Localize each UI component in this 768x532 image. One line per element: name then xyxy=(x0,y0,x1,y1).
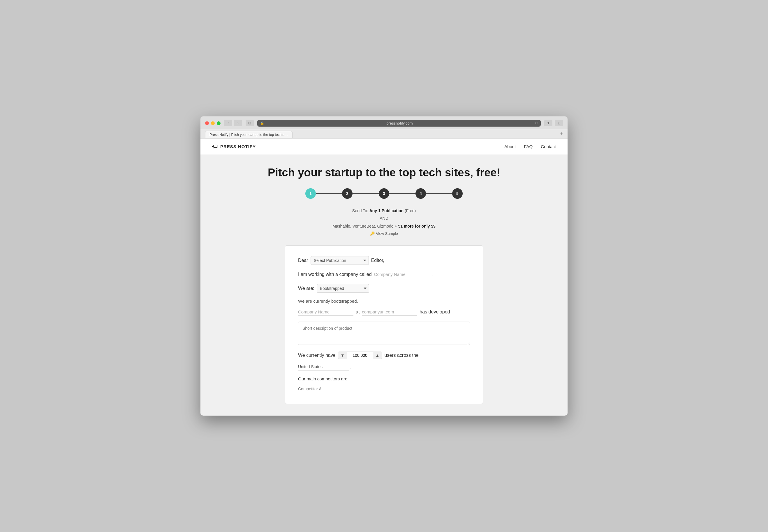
nav-buttons: ‹ › xyxy=(224,120,242,126)
form-card: Dear Select Publication TechCrunch Masha… xyxy=(285,245,483,404)
forward-button[interactable]: › xyxy=(234,120,242,126)
currently-have-label: We currently have xyxy=(298,353,336,358)
share-button[interactable]: ⬆ xyxy=(544,120,552,126)
company-name-input-2[interactable] xyxy=(298,308,353,316)
company-period: . xyxy=(432,272,433,277)
step-5[interactable]: 5 xyxy=(452,188,463,199)
we-are-label: We are: xyxy=(298,286,314,291)
step-line-3 xyxy=(389,193,415,194)
location-row: . xyxy=(298,363,470,370)
users-increase-button[interactable]: ▲ xyxy=(373,352,382,359)
users-stepper: ▼ ▲ xyxy=(338,352,382,359)
minimize-button[interactable] xyxy=(211,121,215,125)
browser-window: ‹ › ⊡ 🔒 pressnotify.com ↻ ⬆ ⊞ Press Noti… xyxy=(201,116,567,416)
competitors-label: Our main competitors are: xyxy=(298,376,470,381)
users-input[interactable] xyxy=(347,352,373,359)
url-input[interactable] xyxy=(362,308,417,316)
tab-title: Press Notify | Pitch your startup to the… xyxy=(210,133,293,137)
step-1[interactable]: 1 xyxy=(305,188,316,199)
close-button[interactable] xyxy=(205,121,209,125)
window-controls-right: ⬆ ⊞ xyxy=(544,120,563,126)
lock-icon: 🔒 xyxy=(260,121,264,125)
has-developed-label: has developed xyxy=(420,309,450,315)
step-line-4 xyxy=(426,193,452,194)
new-tab-button[interactable]: ⊞ xyxy=(555,120,563,126)
company-url-row: at has developed xyxy=(298,308,470,316)
page-title: Pitch your startup to the top tech sites… xyxy=(268,166,500,179)
browser-tab[interactable]: Press Notify | Pitch your startup to the… xyxy=(205,131,293,138)
step-indicator: 1 2 3 4 5 xyxy=(305,188,463,199)
main-section: Pitch your startup to the top tech sites… xyxy=(201,155,567,416)
pricing-line-1: Send To: Any 1 Publication (Free) xyxy=(332,207,436,215)
reload-icon[interactable]: ↻ xyxy=(535,121,538,125)
title-bar: ‹ › ⊡ 🔒 pressnotify.com ↻ ⬆ ⊞ xyxy=(201,116,567,129)
description-textarea[interactable] xyxy=(298,322,470,345)
nav-contact[interactable]: Contact xyxy=(541,144,556,149)
step-line-2 xyxy=(353,193,379,194)
step-2[interactable]: 2 xyxy=(342,188,353,199)
step-line-1 xyxy=(316,193,342,194)
publication-select[interactable]: Select Publication TechCrunch Mashable V… xyxy=(311,256,369,265)
company-name-row: I am working with a company called . xyxy=(298,271,470,278)
company-name-input[interactable] xyxy=(374,271,429,278)
users-row: We currently have ▼ ▲ users across the xyxy=(298,352,470,359)
status-text: We are currently bootstrapped. xyxy=(298,299,470,304)
logo-area: 🏷 PRESS NOTIFY xyxy=(212,143,256,150)
view-sample-link[interactable]: 🔑 View Sample xyxy=(332,230,436,237)
key-icon: 🔑 xyxy=(370,230,375,237)
logo-icon: 🏷 xyxy=(212,143,218,150)
we-are-row: We are: Bootstrapped Seed Funded Series … xyxy=(298,284,470,293)
dear-row: Dear Select Publication TechCrunch Masha… xyxy=(298,256,470,265)
address-bar[interactable]: 🔒 pressnotify.com ↻ xyxy=(257,120,541,127)
location-input[interactable] xyxy=(298,363,349,370)
competitor-a-input[interactable] xyxy=(298,385,470,393)
site-nav: 🏷 PRESS NOTIFY About FAQ Contact xyxy=(201,139,567,155)
location-period: . xyxy=(350,364,351,369)
new-tab-plus-button[interactable]: + xyxy=(560,131,563,138)
pricing-line-3: Mashable, VentureBeat, Gizmodo + 51 more… xyxy=(332,222,436,230)
pricing-info: Send To: Any 1 Publication (Free) AND Ma… xyxy=(332,207,436,237)
url-text: pressnotify.com xyxy=(266,121,533,125)
editor-label: Editor, xyxy=(371,258,384,263)
at-label: at xyxy=(356,309,360,315)
nav-about[interactable]: About xyxy=(504,144,516,149)
page-content: 🏷 PRESS NOTIFY About FAQ Contact Pitch y… xyxy=(201,139,567,416)
funding-select[interactable]: Bootstrapped Seed Funded Series A Series… xyxy=(317,284,369,293)
maximize-button[interactable] xyxy=(217,121,221,125)
step-4[interactable]: 4 xyxy=(415,188,426,199)
tab-bar: Press Notify | Pitch your startup to the… xyxy=(201,129,567,139)
reader-view-button[interactable]: ⊡ xyxy=(246,120,254,126)
pricing-line-2: AND xyxy=(332,214,436,222)
step-3[interactable]: 3 xyxy=(379,188,389,199)
nav-links: About FAQ Contact xyxy=(504,144,556,149)
back-button[interactable]: ‹ xyxy=(224,120,232,126)
logo-text: PRESS NOTIFY xyxy=(220,144,256,149)
nav-faq[interactable]: FAQ xyxy=(524,144,532,149)
company-prefix-label: I am working with a company called xyxy=(298,272,372,277)
users-suffix-label: users across the xyxy=(384,353,418,358)
users-decrease-button[interactable]: ▼ xyxy=(338,352,347,359)
traffic-lights xyxy=(205,121,221,125)
dear-label: Dear xyxy=(298,258,308,263)
